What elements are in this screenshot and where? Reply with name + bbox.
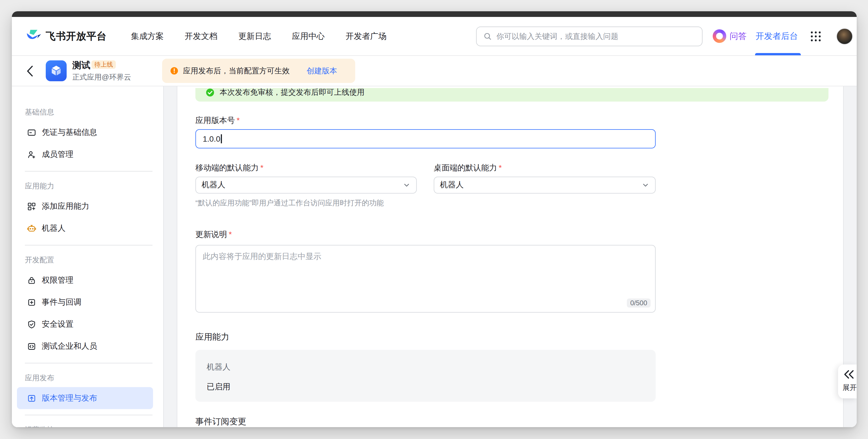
app-icon bbox=[46, 60, 67, 81]
default-capability-hint: “默认的应用功能”即用户通过工作台访问应用时打开的功能 bbox=[195, 198, 417, 208]
shield-check-icon bbox=[27, 320, 36, 329]
expand-panel-button[interactable]: 展开 bbox=[838, 365, 857, 398]
expand-label: 展开 bbox=[843, 383, 857, 393]
notes-label: 更新说明* bbox=[195, 230, 656, 240]
feishu-logo-icon bbox=[26, 29, 42, 43]
status-badge: 待上线 bbox=[92, 60, 116, 69]
search-placeholder: 你可以输入关键词，或直接输入问题 bbox=[496, 31, 618, 41]
search-input[interactable]: 你可以输入关键词，或直接输入问题 bbox=[476, 27, 703, 46]
sidebar-section-dev-config: 开发配置 bbox=[12, 251, 163, 269]
nav-item-integration[interactable]: 集成方案 bbox=[131, 31, 164, 41]
browser-window: 飞书开放平台 集成方案 开发文档 更新日志 应用中心 开发者广场 你可以输入关键… bbox=[12, 11, 857, 427]
char-counter: 0/500 bbox=[627, 299, 651, 307]
mobile-capability-label: 移动端的默认能力* bbox=[195, 163, 417, 173]
sidebar-item-label: 安全设置 bbox=[42, 319, 73, 329]
nav-item-docs[interactable]: 开发文档 bbox=[185, 31, 217, 41]
desktop-capability-value: 机器人 bbox=[440, 180, 464, 190]
sidebar-item-label: 测试企业和人员 bbox=[42, 341, 97, 351]
sidebar-divider bbox=[12, 165, 163, 177]
sidebar-item-events[interactable]: 事件与回调 bbox=[17, 291, 153, 313]
publish-warning-banner: 应用发布后，当前配置方可生效 创建版本 bbox=[162, 59, 355, 83]
sidebar-item-permissions[interactable]: 权限管理 bbox=[17, 269, 153, 291]
required-mark: * bbox=[499, 163, 502, 172]
capability-heading: 应用能力 bbox=[195, 332, 656, 342]
cube-icon bbox=[49, 63, 64, 78]
warning-icon bbox=[170, 67, 179, 75]
sidebar-item-version-release[interactable]: 版本管理与发布 bbox=[17, 387, 153, 409]
sidebar-item-label: 成员管理 bbox=[42, 149, 73, 159]
capability-panel: 机器人 已启用 bbox=[195, 350, 656, 402]
sidebar-scrollbar-track[interactable] bbox=[163, 86, 177, 427]
double-chevron-left-icon bbox=[843, 370, 855, 379]
chevron-down-icon bbox=[403, 181, 410, 189]
nav-item-app-center[interactable]: 应用中心 bbox=[292, 31, 325, 41]
sidebar-item-members[interactable]: 成员管理 bbox=[17, 143, 153, 165]
sidebar-item-add-capability[interactable]: 添加应用能力 bbox=[17, 195, 153, 217]
sidebar-item-label: 事件与回调 bbox=[42, 297, 81, 307]
desktop-background: 飞书开放平台 集成方案 开发文档 更新日志 应用中心 开发者广场 你可以输入关键… bbox=[0, 0, 868, 439]
app-header: 测试 待上线 正式应用@环界云 应用发布后，当前配置方可生效 创建版本 bbox=[12, 56, 857, 86]
warning-text: 应用发布后，当前配置方可生效 bbox=[183, 66, 290, 76]
sidebar-divider bbox=[12, 239, 163, 251]
feishu-logo[interactable]: 飞书开放平台 bbox=[26, 17, 107, 55]
events-heading: 事件订阅变更 bbox=[195, 416, 656, 427]
version-label: 应用版本号* bbox=[195, 116, 656, 126]
sidebar-item-credentials[interactable]: 凭证与基础信息 bbox=[17, 121, 153, 143]
code-square-icon bbox=[27, 342, 36, 351]
text-cursor bbox=[221, 134, 222, 143]
sidebar-item-label: 机器人 bbox=[42, 223, 65, 233]
required-mark: * bbox=[237, 116, 240, 125]
notes-placeholder: 此内容将于应用的更新日志中显示 bbox=[203, 252, 648, 262]
logo-text: 飞书开放平台 bbox=[46, 29, 107, 43]
sidebar-section-release: 应用发布 bbox=[12, 369, 163, 387]
qa-link[interactable]: 问答 bbox=[730, 17, 747, 56]
sidebar-section-ops: 运营监控 bbox=[12, 421, 163, 427]
back-button[interactable] bbox=[25, 65, 34, 77]
create-version-link[interactable]: 创建版本 bbox=[307, 66, 337, 76]
id-card-icon bbox=[27, 128, 36, 137]
nav-item-changelog[interactable]: 更新日志 bbox=[238, 31, 271, 41]
version-value: 1.0.0 bbox=[203, 134, 220, 143]
main-panel: 本次发布免审核，提交发布后即可上线使用 应用版本号* 1.0.0 移动端的默认能… bbox=[177, 86, 843, 427]
qa-assistant-icon[interactable] bbox=[713, 29, 726, 43]
capability-name: 机器人 bbox=[207, 362, 644, 372]
search-icon bbox=[484, 32, 492, 41]
lock-icon bbox=[27, 276, 36, 285]
sidebar-section-basic: 基础信息 bbox=[12, 103, 163, 121]
publish-icon bbox=[27, 394, 36, 403]
apps-grid-icon[interactable] bbox=[810, 31, 821, 42]
console-link[interactable]: 开发者后台 bbox=[755, 17, 798, 56]
sidebar-section-capability: 应用能力 bbox=[12, 177, 163, 195]
nav-menu: 集成方案 开发文档 更新日志 应用中心 开发者广场 bbox=[131, 17, 386, 55]
chevron-down-icon bbox=[642, 181, 649, 189]
active-tab-underline bbox=[755, 53, 801, 55]
event-plus-icon bbox=[27, 298, 36, 307]
sidebar-item-security[interactable]: 安全设置 bbox=[17, 313, 153, 335]
sidebar-item-bot[interactable]: 机器人 bbox=[17, 217, 153, 239]
top-navbar: 飞书开放平台 集成方案 开发文档 更新日志 应用中心 开发者广场 你可以输入关键… bbox=[12, 17, 857, 56]
sidebar-item-label: 版本管理与发布 bbox=[42, 393, 97, 403]
desktop-capability-select[interactable]: 机器人 bbox=[434, 177, 656, 194]
content-area: 基础信息 凭证与基础信息 成员管理 应用能力 添加应用能力 机器人 bbox=[12, 86, 857, 427]
sidebar: 基础信息 凭证与基础信息 成员管理 应用能力 添加应用能力 机器人 bbox=[12, 86, 163, 427]
version-input[interactable]: 1.0.0 bbox=[195, 129, 656, 148]
person-add-icon bbox=[27, 150, 36, 159]
sidebar-item-label: 权限管理 bbox=[42, 275, 73, 285]
sidebar-item-label: 凭证与基础信息 bbox=[42, 127, 97, 137]
grid-add-icon bbox=[27, 202, 36, 211]
app-title: 测试 bbox=[72, 60, 90, 72]
mobile-capability-value: 机器人 bbox=[202, 180, 225, 190]
sidebar-divider bbox=[12, 409, 163, 421]
mobile-capability-select[interactable]: 机器人 bbox=[195, 177, 417, 194]
required-mark: * bbox=[260, 163, 264, 172]
sidebar-item-label: 添加应用能力 bbox=[42, 201, 89, 211]
notes-textarea[interactable]: 此内容将于应用的更新日志中显示 0/500 bbox=[195, 245, 656, 313]
desktop-capability-label: 桌面端的默认能力* bbox=[434, 163, 656, 173]
user-avatar[interactable] bbox=[836, 28, 853, 44]
version-form: 应用版本号* 1.0.0 移动端的默认能力* 机器人 bbox=[195, 86, 656, 427]
required-mark: * bbox=[229, 230, 232, 239]
sidebar-item-test-org[interactable]: 测试企业和人员 bbox=[17, 335, 153, 357]
nav-item-marketplace[interactable]: 开发者广场 bbox=[346, 31, 386, 41]
window-titlebar bbox=[12, 11, 857, 17]
robot-icon bbox=[27, 224, 36, 233]
